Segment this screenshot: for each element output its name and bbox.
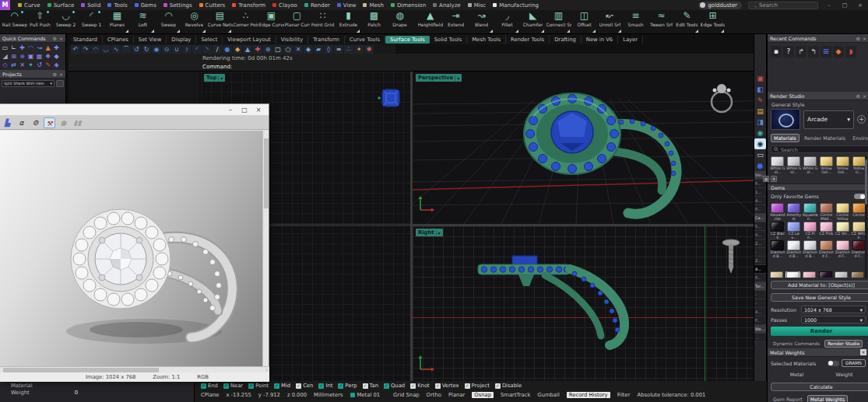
render-tool-button[interactable]: ▮▮ [72, 117, 83, 128]
menu-item[interactable]: Transform [232, 2, 265, 9]
toolbar-tab[interactable]: Render Tools [506, 36, 550, 44]
toolbar-tab[interactable]: Curve Tools [345, 36, 385, 44]
strip-tool-icon[interactable]: ▭ [754, 149, 766, 160]
strip-table-cell[interactable]: 5... [754, 222, 766, 231]
toolbar-button[interactable]: ⊞ Edge Tools [700, 10, 726, 33]
quick-command-icon[interactable]: ⊕ [18, 52, 26, 61]
quick-command-icon[interactable]: ◠ [26, 44, 35, 52]
strip-table-cell[interactable]: Tar... [754, 282, 766, 291]
gem-swatch[interactable]: Amethyst [786, 203, 802, 221]
mini-tool-icon[interactable]: ● [223, 45, 232, 54]
osnap-option[interactable]: ✓ Vertex [435, 383, 459, 389]
toolbar-button[interactable]: ↝ Blend [469, 10, 494, 33]
quick-command-icon[interactable]: ✚ [52, 44, 61, 52]
metal-weights-header[interactable]: Metal Weights × [768, 348, 868, 357]
menu-item[interactable]: Analyze [433, 2, 461, 9]
mini-tool-icon[interactable]: ◠ [91, 45, 100, 54]
checkbox-icon[interactable]: ✓ [495, 383, 501, 389]
quick-command-icon[interactable]: ↝ [35, 44, 44, 52]
recent-command-button[interactable]: ◗ [845, 46, 856, 58]
mini-tool-icon[interactable]: ↺ [132, 45, 141, 54]
strip-tool-icon[interactable]: ◉ [754, 138, 766, 149]
toolbar-tab[interactable]: Mesh Tools [467, 36, 506, 44]
toolbar-button[interactable]: ◞ Fillet [494, 10, 520, 33]
toolbar-button[interactable]: ◠ Sweep [156, 10, 181, 33]
toolbar-button[interactable]: ≈ Tween Srf [648, 10, 674, 33]
horizontal-scrollbar[interactable]: › [0, 366, 269, 372]
render-preview-window[interactable]: – □ × ▙ α ⚙ ⚒ ● ▮▮ [0, 103, 269, 381]
command-area[interactable]: Rendering time: 0d 00h 01m 42s Command: [69, 54, 754, 72]
favorite-gems-toggle[interactable] [854, 194, 866, 199]
gem-swatch[interactable]: CZ Lav... [786, 222, 802, 239]
menu-item[interactable]: Misc [468, 2, 486, 9]
toolbar-button[interactable]: ▣ Edge Curves [258, 10, 284, 33]
quick-commands-header[interactable]: Quick Commands ⚙ × [0, 34, 65, 43]
recent-commands-header[interactable]: Recent Commands ⚙ × [768, 34, 868, 43]
ring-model-perspective[interactable] [498, 78, 685, 224]
user-chip[interactable]: goldduster [698, 2, 742, 9]
close-button[interactable]: × [253, 107, 264, 114]
gem-swatch[interactable]: Diamond F... [835, 240, 850, 258]
osnap-option[interactable]: ✓ Int [318, 383, 332, 389]
strip-table-cell[interactable]: - [754, 299, 766, 308]
gem-swatch[interactable]: Citrine Mad... [819, 203, 835, 221]
gem-swatch[interactable]: CZ Yel... [835, 222, 850, 239]
gem-swatch[interactable]: CZ Black [770, 222, 785, 239]
status-toggle[interactable]: Ortho [427, 392, 441, 398]
checkbox-icon[interactable]: ✓ [363, 383, 368, 389]
mini-tool-icon[interactable]: ◝ [202, 45, 212, 54]
viewport-label-top[interactable]: Top ▾ [204, 74, 225, 82]
gem-swatch[interactable]: Diamond B... [770, 240, 785, 258]
status-toggle[interactable]: Record History [567, 392, 610, 398]
gem-swatch[interactable] [803, 271, 816, 278]
mini-tool-icon[interactable]: ⊕ [263, 45, 272, 54]
mini-tool-icon[interactable]: ∕ [213, 45, 222, 54]
osnap-option[interactable]: ✓ Perp [338, 383, 357, 389]
strip-table-cell[interactable]: 0... [754, 231, 766, 239]
viewport-label-perspective[interactable]: Perspective ▾ [416, 74, 462, 82]
grid-view-icon[interactable]: ▦ [763, 176, 769, 182]
material-tab[interactable]: Render Materials [802, 135, 848, 142]
osnap-option[interactable]: ✓ Quad [384, 383, 405, 389]
toolbar-button[interactable]: ◠ Rail Sweep [2, 10, 27, 33]
minimize-button[interactable]: – [225, 107, 236, 114]
top-view-gem[interactable] [377, 84, 405, 112]
toolbar-tab[interactable]: CPlanes [103, 36, 134, 44]
toolbar-button[interactable]: ▲ Heightfield from I... [417, 10, 443, 33]
toolbar-tab[interactable]: Solid Tools [430, 36, 467, 44]
menu-item[interactable]: Dimension [391, 2, 426, 9]
quick-command-icon[interactable]: ❖ [44, 52, 52, 61]
materials-search-input[interactable]: Search [771, 145, 868, 153]
resolution-select[interactable]: 1024 x 768 ▾ [801, 306, 866, 313]
checkbox-icon[interactable]: ✓ [201, 383, 206, 389]
mini-tool-icon[interactable]: ∪ [172, 45, 181, 54]
render-tool-button[interactable]: ● [58, 117, 69, 128]
style-thumbnail[interactable] [771, 109, 800, 130]
toolbar-button[interactable]: ⇥ Extend [443, 10, 469, 33]
toolbar-tab[interactable]: Set View [134, 36, 167, 44]
toolbar-tab[interactable]: Surface Tools [385, 36, 430, 44]
panel-tab[interactable]: Dynamic Commands [771, 341, 822, 347]
recent-command-button[interactable]: ↰ [808, 46, 819, 58]
toolbar-button[interactable]: ◣ Chamfer [520, 10, 546, 33]
open-folder-button[interactable] [56, 80, 64, 87]
toolbar-tab[interactable]: Visibility [276, 36, 309, 44]
toolbar-button[interactable]: ≋ Loft [130, 10, 156, 33]
toolbar-button[interactable]: ◡ Sweep 2 [53, 10, 79, 33]
toolbar-button[interactable]: ▦ Planes [104, 10, 130, 33]
toolbar-tab[interactable]: Drafting [550, 36, 582, 44]
mini-tool-icon[interactable]: ≀ [182, 45, 192, 54]
checkbox-icon[interactable]: ✓ [410, 383, 416, 389]
recent-command-button[interactable]: ↱ [796, 46, 807, 58]
strip-tool-icon[interactable]: ● [754, 160, 766, 171]
gem-swatch[interactable] [819, 271, 832, 278]
scrollbar-thumb[interactable] [865, 159, 867, 204]
toolbar-button[interactable]: ▢ Planar Curves [284, 10, 310, 33]
close-icon[interactable]: × [860, 349, 866, 355]
quick-command-icon[interactable]: ▭ [1, 44, 9, 52]
mini-tool-icon[interactable]: ✦ [354, 45, 364, 54]
checkbox-icon[interactable]: ✓ [384, 383, 389, 389]
mini-tool-icon[interactable]: ✕ [293, 45, 303, 54]
mini-tool-icon[interactable]: ▢ [273, 45, 283, 54]
mini-tool-icon[interactable]: ▰ [314, 45, 323, 54]
